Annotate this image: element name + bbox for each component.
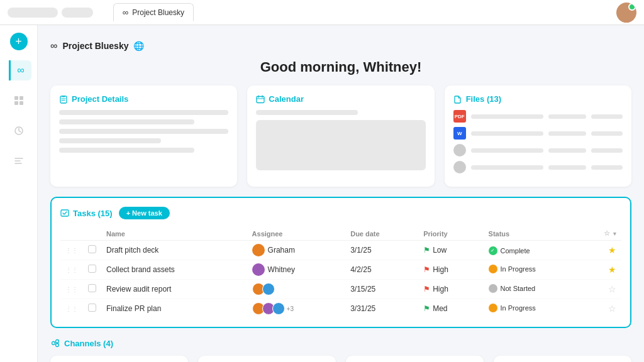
assignee-name: Whitney <box>268 265 295 274</box>
assignee-avatar <box>252 263 265 276</box>
channels-section: Channels (4) 👥 Compliance Team ! W Audit… <box>50 338 631 362</box>
placeholder-line <box>59 110 228 115</box>
svg-rect-7 <box>60 96 67 103</box>
file-line <box>591 165 623 170</box>
due-date: 3/31/25 <box>350 304 375 313</box>
new-task-button[interactable]: + New task <box>119 207 170 219</box>
task-name: Draft pitch deck <box>106 246 158 255</box>
task-name-cell: Review audit report <box>106 285 242 293</box>
file-line <box>548 165 586 170</box>
col-priority: Priority <box>418 227 483 241</box>
placeholder-line <box>59 129 228 134</box>
file-row-2: W <box>453 127 623 140</box>
task-checkbox[interactable] <box>88 284 96 292</box>
priority-flag: ⚑High <box>423 265 448 274</box>
main-layout: + ∞ ∞ Project Bluesky 🌐 Good morning, Wh… <box>0 25 644 362</box>
sidebar-item-1[interactable] <box>9 90 29 111</box>
svg-rect-8 <box>257 96 264 102</box>
user-avatar[interactable] <box>616 3 636 23</box>
drag-handle[interactable]: ⋮⋮ <box>65 266 78 273</box>
task-name: Finalize PR plan <box>106 304 161 313</box>
star-icon[interactable]: ★ <box>608 265 616 275</box>
project-details-title: Project Details <box>59 94 228 104</box>
tasks-table: Name Assignee Due date Priority Status ☆… <box>60 227 621 318</box>
assignee-avatar <box>252 244 265 256</box>
add-button[interactable]: + <box>10 33 28 50</box>
priority-label: High <box>433 285 448 293</box>
status-label: In Progress <box>501 304 536 312</box>
assignee-avatar-group <box>252 283 341 295</box>
star-icon[interactable]: ★ <box>608 245 616 255</box>
file-line <box>471 148 543 153</box>
file-row-1: PDF <box>453 110 623 123</box>
greeting: Good morning, Whitney! <box>50 59 631 75</box>
globe-icon: 🌐 <box>133 41 144 51</box>
table-row: ⋮⋮Finalize PR plan+33/31/25⚑MedIn Progre… <box>60 299 621 319</box>
task-name: Collect brand assets <box>106 265 175 274</box>
channels-row: 👥 Compliance Team ! W Audit Report <box>50 356 631 362</box>
task-checkbox[interactable] <box>88 245 96 253</box>
sidebar-item-3[interactable] <box>9 151 29 171</box>
sidebar-item-loop[interactable]: ∞ <box>9 60 31 80</box>
channels-icon <box>50 338 60 348</box>
status-badge: Not Started <box>489 284 536 293</box>
project-details-card: Project Details <box>50 85 237 187</box>
file-dot-icon <box>453 161 466 173</box>
priority-flag: ⚑Med <box>423 304 447 313</box>
col-due: Due date <box>345 227 418 241</box>
file-line <box>471 165 543 170</box>
priority-label: High <box>433 265 448 274</box>
file-row-4 <box>453 161 623 173</box>
files-title: Files (13) <box>453 94 623 104</box>
top-cards-row: Project Details Calendar <box>50 85 631 187</box>
placeholder-line <box>59 148 194 153</box>
priority-label: Med <box>433 304 447 313</box>
due-date: 4/2/25 <box>350 265 371 274</box>
flag-icon: ⚑ <box>423 304 430 313</box>
due-date: 3/15/25 <box>350 285 375 293</box>
placeholder-line <box>256 110 358 115</box>
status-dot-notstarted <box>489 284 497 293</box>
files-icon <box>453 95 462 104</box>
table-row: ⋮⋮Draft pitch deckGraham3/1/25⚑Low✓Compl… <box>60 241 621 260</box>
top-bar: ∞ Project Bluesky <box>0 0 644 25</box>
task-checkbox[interactable] <box>88 265 96 273</box>
file-line <box>591 114 623 119</box>
tasks-title: Tasks (15) <box>60 209 113 218</box>
status-label: Not Started <box>501 285 536 292</box>
table-row: ⋮⋮Collect brand assetsWhitney4/2/25⚑High… <box>60 260 621 280</box>
file-dot-icon <box>453 144 466 156</box>
sidebar: + ∞ <box>0 25 38 362</box>
file-line <box>591 148 623 153</box>
drag-handle[interactable]: ⋮⋮ <box>65 286 78 293</box>
svg-rect-3 <box>19 96 23 100</box>
sort-chevron[interactable]: ▾ <box>613 231 616 237</box>
task-checkbox[interactable] <box>88 304 96 312</box>
calendar-placeholder <box>256 120 425 170</box>
flag-icon: ⚑ <box>423 265 430 274</box>
clipboard-icon <box>59 95 68 104</box>
channels-header: Channels (4) <box>50 338 631 348</box>
main-content: ∞ Project Bluesky 🌐 Good morning, Whitne… <box>38 25 644 362</box>
top-bar-left <box>8 8 93 18</box>
star-icon[interactable]: ☆ <box>608 304 616 314</box>
col-drag <box>60 227 83 241</box>
col-name: Name <box>101 227 247 241</box>
task-name-cell: Draft pitch deck <box>106 246 242 255</box>
sidebar-item-2[interactable] <box>9 121 29 141</box>
svg-rect-5 <box>19 101 23 105</box>
drag-handle[interactable]: ⋮⋮ <box>65 305 78 312</box>
files-card: Files (13) PDF W <box>445 85 631 187</box>
infinity-tab-icon: ∞ <box>123 8 128 17</box>
tab-bar: ∞ Project Bluesky <box>113 3 609 21</box>
star-icon[interactable]: ☆ <box>608 284 616 294</box>
project-tab[interactable]: ∞ Project Bluesky <box>113 3 194 21</box>
tab-label: Project Bluesky <box>132 8 184 17</box>
col-assignee: Assignee <box>247 227 346 241</box>
file-line <box>591 131 623 136</box>
file-line <box>548 131 586 136</box>
flag-icon: ⚑ <box>423 285 430 293</box>
drag-handle[interactable]: ⋮⋮ <box>65 247 78 254</box>
fourth-channel-card <box>494 356 631 362</box>
status-dot-complete: ✓ <box>489 246 497 255</box>
